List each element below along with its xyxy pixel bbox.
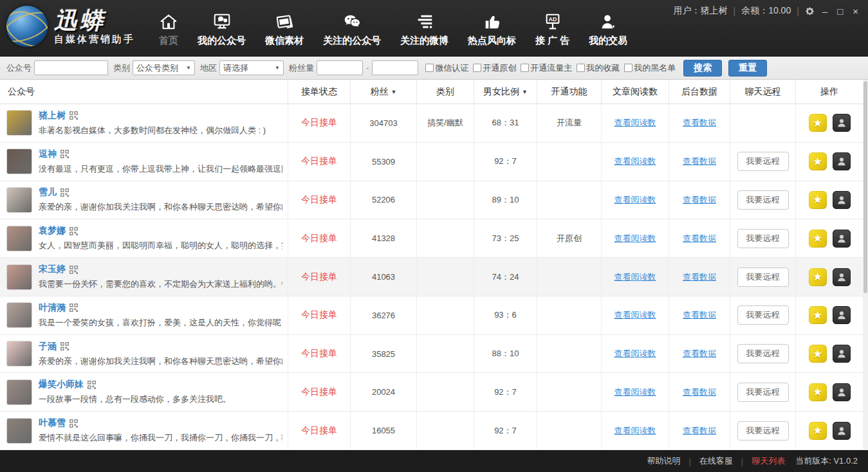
search-button[interactable]: 搜索 [683,60,722,77]
view-data-link[interactable]: 查看数据 [683,309,716,321]
account-name-link[interactable]: 爆笑小师妹 [39,379,84,390]
fans-min-input[interactable] [317,60,363,75]
view-data-link[interactable]: 查看数据 [683,425,716,437]
column-header-8[interactable]: 聊天远程 [730,80,796,104]
nav-item-take-ads[interactable]: AD 接 广 告 [526,10,579,47]
checkbox[interactable] [577,64,585,72]
view-data-link[interactable]: 查看数据 [683,233,716,244]
checkbox[interactable] [473,64,481,72]
sort-desc-icon[interactable]: ▼ [391,89,397,95]
nav-item-my-official-accounts[interactable]: 我的公众号 [188,10,255,47]
account-name-link[interactable]: 袁梦娜 [39,225,66,237]
favorite-star-button[interactable]: ★ [809,306,827,324]
account-name-link[interactable]: 逗神 [39,149,57,160]
view-reads-link[interactable]: 查看阅读数 [614,271,656,283]
account-name-link[interactable]: 雪儿 [39,186,57,198]
checkbox[interactable] [624,64,633,72]
qr-code-icon[interactable] [69,111,78,120]
contact-person-button[interactable] [833,268,851,286]
contact-person-button[interactable] [833,383,851,401]
qr-code-icon[interactable] [69,419,78,428]
favorite-star-button[interactable]: ★ [809,230,827,248]
qr-code-icon[interactable] [69,227,78,235]
nav-item-followed-accounts[interactable]: 关注的公众号 [313,10,391,47]
filter-checkbox-3[interactable]: 我的收藏 [577,62,620,74]
vertical-scrollbar[interactable] [863,80,868,450]
scrollbar-thumb[interactable] [863,81,867,293]
column-header-6[interactable]: 文章阅读数 [602,80,669,104]
view-data-link[interactable]: 查看数据 [683,271,716,283]
nav-item-home[interactable]: 首页 [149,10,188,47]
footer-link-0[interactable]: 帮助说明 [647,455,680,467]
column-header-4[interactable]: 男女比例 ▼ [474,80,537,104]
nav-item-my-trades[interactable]: 我的交易 [579,10,637,47]
account-search-input[interactable] [34,60,108,75]
sort-desc-icon[interactable]: ▼ [522,89,528,95]
nav-item-followed-weibo[interactable]: 关注的微博 [391,10,458,47]
account-name-link[interactable]: 叶慕雪 [39,417,66,429]
view-reads-link[interactable]: 查看阅读数 [614,117,656,129]
account-name-link[interactable]: 子涵 [39,341,57,352]
filter-checkbox-2[interactable]: 开通流量主 [521,62,572,74]
favorite-star-button[interactable]: ★ [809,191,827,209]
view-data-link[interactable]: 查看数据 [683,194,716,206]
contact-person-button[interactable] [833,306,851,324]
footer-link-1[interactable]: 在线客服 [699,455,733,467]
checkbox[interactable] [521,64,529,72]
close-button[interactable]: × [851,6,860,17]
contact-person-button[interactable] [833,345,851,363]
maximize-button[interactable]: □ [835,6,845,17]
view-reads-link[interactable]: 查看阅读数 [614,233,656,244]
footer-link-2[interactable]: 聊天列表 [752,455,785,467]
contact-person-button[interactable] [833,191,851,209]
remote-button[interactable]: 我要远程 [737,229,789,248]
fans-max-input[interactable] [372,60,418,75]
remote-button[interactable]: 我要远程 [737,152,789,171]
remote-button[interactable]: 我要远程 [737,190,789,210]
favorite-star-button[interactable]: ★ [809,345,827,363]
qr-code-icon[interactable] [69,304,78,312]
remote-button[interactable]: 我要远程 [737,305,789,325]
view-data-link[interactable]: 查看数据 [683,386,716,398]
qr-code-icon[interactable] [60,342,69,350]
contact-person-button[interactable] [833,422,851,440]
qr-code-icon[interactable] [60,188,69,197]
view-data-link[interactable]: 查看数据 [683,348,716,359]
column-header-5[interactable]: 开通功能 [537,80,602,104]
settings-gear-icon[interactable] [805,6,815,16]
favorite-star-button[interactable]: ★ [809,152,827,170]
account-name-link[interactable]: 宋玉婷 [39,264,66,275]
minimize-button[interactable]: – [820,6,829,17]
remote-button[interactable]: 我要远程 [737,268,789,287]
reset-button[interactable]: 重置 [728,60,767,77]
column-header-3[interactable]: 类别 [417,80,474,104]
filter-checkbox-1[interactable]: 开通原创 [473,62,516,74]
checkbox[interactable] [425,64,434,72]
column-header-2[interactable]: 粉丝 ▼ [351,80,417,104]
view-data-link[interactable]: 查看数据 [683,156,716,167]
view-data-link[interactable]: 查看数据 [683,117,716,129]
region-select[interactable]: 请选择 ▼ [219,60,284,75]
remote-button[interactable]: 我要远程 [737,421,789,440]
account-name-link[interactable]: 叶清漪 [39,302,66,314]
column-header-7[interactable]: 后台数据 [669,80,730,104]
filter-checkbox-4[interactable]: 我的黑名单 [624,62,676,74]
contact-person-button[interactable] [833,230,851,248]
nav-item-wechat-material[interactable]: 微信素材 [255,10,313,47]
favorite-star-button[interactable]: ★ [809,114,827,132]
favorite-star-button[interactable]: ★ [809,422,827,440]
category-select[interactable]: 公众号类别 ▼ [133,60,195,75]
qr-code-icon[interactable] [88,381,96,389]
column-header-1[interactable]: 接单状态 [288,80,351,104]
view-reads-link[interactable]: 查看阅读数 [614,386,656,398]
remote-button[interactable]: 我要远程 [737,344,789,363]
column-header-0[interactable]: 公众号 [0,80,288,104]
account-name-link[interactable]: 猪上树 [39,110,66,122]
remote-button[interactable]: 我要远程 [737,383,789,402]
favorite-star-button[interactable]: ★ [809,383,827,401]
view-reads-link[interactable]: 查看阅读数 [614,194,656,206]
filter-checkbox-0[interactable]: 微信认证 [425,62,468,74]
contact-person-button[interactable] [833,152,851,170]
view-reads-link[interactable]: 查看阅读数 [614,348,656,359]
column-header-9[interactable]: 操作 [796,80,863,104]
